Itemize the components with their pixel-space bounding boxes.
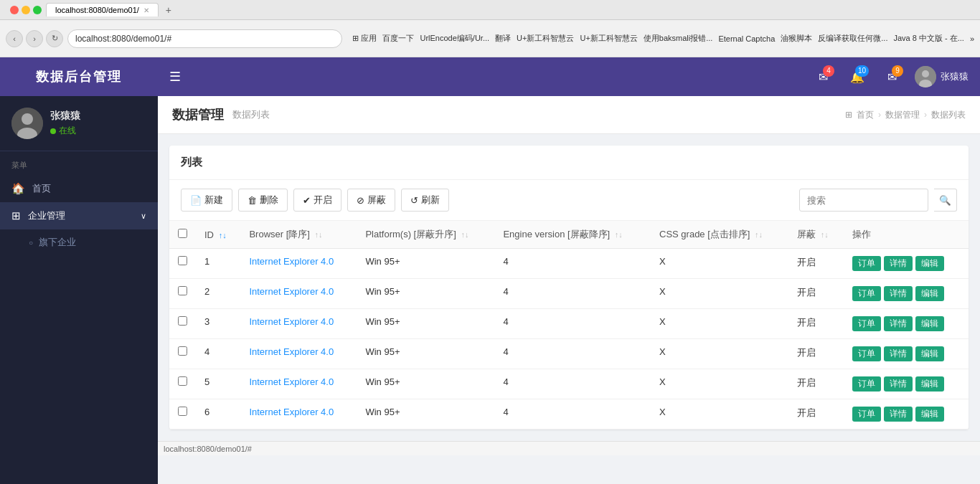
bookmark-translate[interactable]: 翻译 bbox=[495, 33, 511, 44]
edit-btn-0[interactable]: 编辑 bbox=[915, 256, 944, 271]
order-btn-3[interactable]: 订单 bbox=[852, 346, 881, 361]
row-engine: 4 bbox=[494, 309, 651, 339]
row-platform: Win 95+ bbox=[357, 399, 494, 430]
detail-btn-2[interactable]: 详情 bbox=[884, 316, 913, 331]
row-browser: Internet Explorer 4.0 bbox=[240, 399, 357, 430]
sidebar-item-home[interactable]: 🏠 首页 bbox=[0, 175, 158, 202]
bookmark-baksmali[interactable]: 使用baksmali报错... bbox=[644, 33, 713, 44]
refresh-button[interactable]: ↺ 刷新 bbox=[401, 189, 449, 212]
order-btn-1[interactable]: 订单 bbox=[852, 286, 881, 301]
search-input[interactable] bbox=[799, 189, 928, 212]
header-css: CSS grade [点击排序] ↑↓ bbox=[651, 221, 788, 249]
toolbar: 📄 新建 🗑 删除 ✔ 开启 ⊘ 屏蔽 bbox=[169, 180, 969, 221]
forward-btn[interactable]: › bbox=[26, 30, 43, 47]
detail-btn-1[interactable]: 详情 bbox=[884, 286, 913, 301]
new-button[interactable]: 📄 新建 bbox=[181, 189, 232, 212]
bookmark-apps[interactable]: ⊞ 应用 bbox=[352, 33, 377, 44]
row-id: 5 bbox=[196, 369, 240, 399]
bookmark-baidu[interactable]: 百度一下 bbox=[382, 33, 414, 44]
breadcrumb-home[interactable]: 首页 bbox=[857, 109, 874, 121]
edit-btn-4[interactable]: 编辑 bbox=[915, 376, 944, 392]
enable-button[interactable]: ✔ 开启 bbox=[293, 189, 341, 212]
close-tab-icon[interactable]: ✕ bbox=[143, 6, 149, 14]
detail-btn-4[interactable]: 详情 bbox=[884, 376, 913, 392]
message-badge-btn[interactable]: ✉ 9 bbox=[880, 65, 903, 88]
refresh-browser-btn[interactable]: ↻ bbox=[46, 30, 63, 47]
edit-btn-5[interactable]: 编辑 bbox=[915, 407, 944, 422]
sort-browser-icon[interactable]: ↑↓ bbox=[315, 230, 323, 239]
row-browser: Internet Explorer 4.0 bbox=[240, 369, 357, 399]
card-title: 列表 bbox=[169, 146, 969, 180]
row-checkbox-cell bbox=[169, 309, 196, 339]
row-checkbox-2[interactable] bbox=[178, 316, 187, 326]
svg-point-1 bbox=[22, 113, 33, 125]
header-shield: 屏蔽 ↑↓ bbox=[788, 221, 844, 249]
table-row: 3 Internet Explorer 4.0 Win 95+ 4 X 开启 订… bbox=[169, 309, 969, 339]
edit-btn-2[interactable]: 编辑 bbox=[915, 316, 944, 331]
back-btn[interactable]: ‹ bbox=[6, 30, 23, 47]
bookmark-captcha[interactable]: Eternal Captcha bbox=[718, 34, 775, 43]
sort-css-icon[interactable]: ↑↓ bbox=[755, 230, 763, 239]
search-button[interactable]: 🔍 bbox=[934, 189, 957, 212]
bookmark-u1[interactable]: U+新工科智慧云 bbox=[517, 33, 574, 44]
header-user[interactable]: 张猿猿 bbox=[915, 66, 969, 87]
browser-tab[interactable]: localhost:8080/demo01/ ✕ bbox=[46, 3, 159, 16]
sort-engine-icon[interactable]: ↑↓ bbox=[615, 230, 623, 239]
maximize-window-btn[interactable] bbox=[33, 6, 42, 14]
status-dot bbox=[50, 128, 56, 134]
sort-id-icon[interactable]: ↑↓ bbox=[219, 231, 227, 239]
edit-btn-1[interactable]: 编辑 bbox=[915, 286, 944, 301]
row-platform: Win 95+ bbox=[357, 309, 494, 339]
sidebar-item-label-enterprise: 企业管理 bbox=[28, 209, 65, 222]
bookmark-more[interactable]: » bbox=[970, 34, 974, 43]
order-btn-5[interactable]: 订单 bbox=[852, 407, 881, 422]
hamburger-icon[interactable]: ☰ bbox=[169, 69, 181, 85]
select-all-checkbox[interactable] bbox=[178, 229, 187, 238]
row-id: 3 bbox=[196, 309, 240, 339]
row-checkbox-1[interactable] bbox=[178, 286, 187, 295]
row-css: X bbox=[651, 309, 788, 339]
detail-btn-3[interactable]: 详情 bbox=[884, 346, 913, 361]
detail-btn-5[interactable]: 详情 bbox=[884, 407, 913, 422]
row-checkbox-5[interactable] bbox=[178, 407, 187, 416]
delete-icon: 🗑 bbox=[248, 195, 257, 206]
edit-btn-3[interactable]: 编辑 bbox=[915, 346, 944, 361]
new-tab-btn[interactable]: + bbox=[166, 4, 171, 16]
row-browser: Internet Explorer 4.0 bbox=[240, 339, 357, 369]
bookmark-urlencode[interactable]: UrlEncode编码/Ur... bbox=[420, 33, 489, 44]
sidebar-item-sub-enterprise[interactable]: 旗下企业 bbox=[0, 229, 158, 255]
notification-badge-btn[interactable]: 🔔 10 bbox=[846, 65, 869, 88]
url-bar[interactable]: localhost:8080/demo01/# bbox=[67, 29, 342, 48]
sort-platform-icon[interactable]: ↑↓ bbox=[461, 230, 468, 239]
row-checkbox-3[interactable] bbox=[178, 346, 187, 356]
sidebar-item-enterprise[interactable]: ⊞ 企业管理 ∨ bbox=[0, 202, 158, 229]
sidebar-logo: 数据后台管理 bbox=[0, 57, 158, 96]
row-engine: 4 bbox=[494, 369, 651, 399]
svg-point-4 bbox=[922, 70, 929, 77]
minimize-window-btn[interactable] bbox=[22, 6, 30, 14]
app-container: 数据后台管理 张猿猿 在线 菜单 🏠 首页 bbox=[0, 57, 980, 484]
breadcrumb-section[interactable]: 数据管理 bbox=[885, 109, 920, 121]
row-actions: 订单 详情 编辑 bbox=[844, 249, 969, 279]
mail-badge-btn[interactable]: ✉ 4 bbox=[811, 65, 834, 88]
shield-button[interactable]: ⊘ 屏蔽 bbox=[347, 189, 395, 212]
bookmark-u2[interactable]: U+新工科智慧云 bbox=[580, 33, 637, 44]
order-btn-4[interactable]: 订单 bbox=[852, 376, 881, 392]
avatar bbox=[11, 108, 43, 139]
sort-shield-icon[interactable]: ↑↓ bbox=[821, 230, 829, 239]
row-id: 4 bbox=[196, 339, 240, 369]
delete-button[interactable]: 🗑 删除 bbox=[238, 189, 288, 212]
detail-btn-0[interactable]: 详情 bbox=[884, 256, 913, 271]
row-checkbox-4[interactable] bbox=[178, 376, 187, 386]
row-checkbox-cell bbox=[169, 249, 196, 279]
order-btn-0[interactable]: 订单 bbox=[852, 256, 881, 271]
row-checkbox-0[interactable] bbox=[178, 256, 187, 265]
row-actions: 订单 详情 编辑 bbox=[844, 339, 969, 369]
status-text: 在线 bbox=[59, 125, 76, 137]
header-checkbox-cell bbox=[169, 221, 196, 249]
bookmark-java[interactable]: Java 8 中文版 - 在... bbox=[893, 33, 963, 44]
close-window-btn[interactable] bbox=[10, 6, 19, 14]
bookmark-monkey[interactable]: 油猴脚本 bbox=[781, 33, 812, 44]
order-btn-2[interactable]: 订单 bbox=[852, 316, 881, 331]
bookmark-decompile[interactable]: 反编译获取任何微... bbox=[818, 33, 887, 44]
